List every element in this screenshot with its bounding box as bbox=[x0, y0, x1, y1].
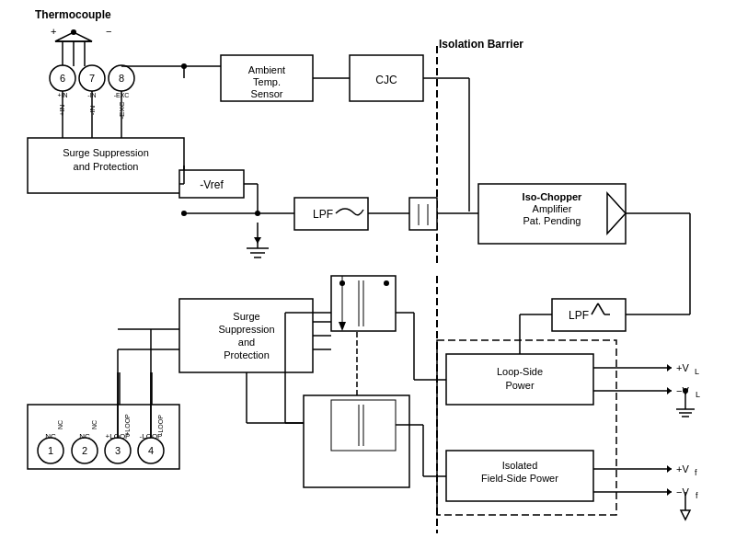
svg-point-50 bbox=[181, 211, 187, 216]
svg-text:8: 8 bbox=[119, 73, 124, 84]
svg-text:+V: +V bbox=[676, 463, 689, 474]
svg-text:Sensor: Sensor bbox=[251, 88, 283, 99]
svg-text:NC: NC bbox=[79, 432, 90, 440]
svg-text:L: L bbox=[695, 367, 699, 376]
svg-text:−V: −V bbox=[676, 486, 689, 497]
svg-point-104 bbox=[384, 280, 389, 286]
svg-text:3: 3 bbox=[115, 445, 121, 456]
svg-text:+LOOP: +LOOP bbox=[124, 414, 131, 436]
svg-text:Amplifier: Amplifier bbox=[533, 203, 572, 214]
svg-text:Loop-Side: Loop-Side bbox=[497, 366, 543, 377]
svg-text:and Protection: and Protection bbox=[74, 161, 139, 172]
svg-point-53 bbox=[255, 211, 260, 216]
svg-text:Pat. Pending: Pat. Pending bbox=[523, 215, 581, 226]
svg-text:-EXC: -EXC bbox=[114, 92, 130, 98]
svg-text:LPF: LPF bbox=[313, 208, 333, 221]
svg-text:Isolated: Isolated bbox=[502, 460, 538, 471]
svg-text:CJC: CJC bbox=[375, 74, 397, 86]
svg-text:Surge Suppression: Surge Suppression bbox=[63, 147, 149, 158]
svg-text:+: + bbox=[51, 26, 56, 37]
svg-text:Isolation Barrier: Isolation Barrier bbox=[439, 38, 523, 51]
svg-text:+V: +V bbox=[676, 362, 689, 373]
svg-text:Suppression: Suppression bbox=[218, 324, 274, 335]
svg-text:4: 4 bbox=[148, 445, 154, 456]
svg-text:+IN: +IN bbox=[57, 92, 67, 98]
svg-text:Field-Side Power: Field-Side Power bbox=[481, 473, 558, 484]
svg-text:Temp.: Temp. bbox=[253, 76, 281, 87]
svg-text:NC: NC bbox=[45, 432, 56, 440]
svg-text:LPF: LPF bbox=[569, 309, 589, 322]
svg-text:-LOOP: -LOOP bbox=[157, 415, 164, 435]
svg-text:Surge: Surge bbox=[233, 311, 259, 322]
svg-rect-62 bbox=[409, 198, 437, 230]
svg-text:2: 2 bbox=[82, 445, 87, 456]
svg-rect-89 bbox=[179, 299, 313, 372]
svg-text:-IN: -IN bbox=[87, 92, 96, 98]
svg-text:Power: Power bbox=[505, 380, 535, 391]
svg-text:Iso-Chopper: Iso-Chopper bbox=[523, 191, 582, 202]
svg-text:NC: NC bbox=[57, 420, 63, 429]
svg-text:Thermocouple: Thermocouple bbox=[35, 8, 111, 21]
svg-text:7: 7 bbox=[89, 73, 95, 84]
svg-text:−: − bbox=[106, 26, 111, 37]
svg-text:L: L bbox=[696, 390, 700, 399]
svg-text:1: 1 bbox=[48, 445, 53, 456]
svg-text:Ambient: Ambient bbox=[248, 64, 285, 75]
diagram-container: Thermocouple + − 6 7 8 +IN -IN -EXC bbox=[0, 0, 736, 560]
svg-text:NC: NC bbox=[91, 420, 98, 429]
svg-text:-Vref: -Vref bbox=[200, 178, 224, 191]
svg-text:Protection: Protection bbox=[224, 349, 270, 360]
svg-text:and: and bbox=[238, 337, 255, 348]
svg-text:6: 6 bbox=[60, 73, 65, 84]
